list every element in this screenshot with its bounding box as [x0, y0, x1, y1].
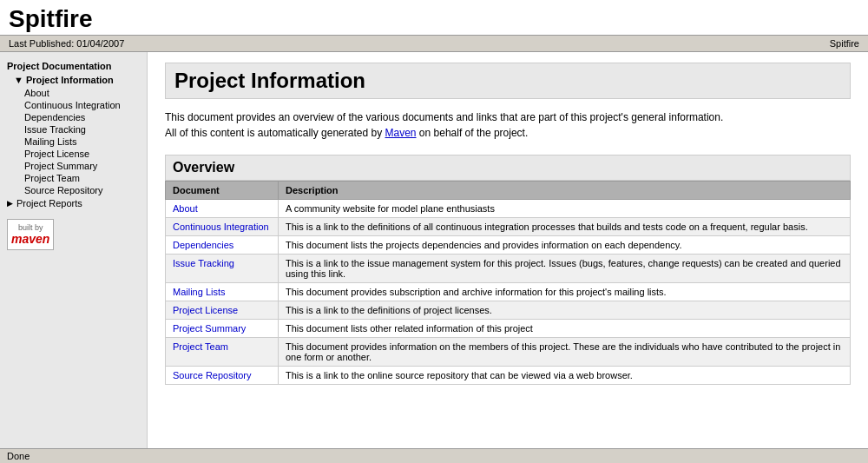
table-row: Continuous IntegrationThis is a link to … [166, 218, 851, 236]
maven-link[interactable]: Maven [385, 127, 416, 139]
statusbar-text: Done [7, 451, 30, 454]
subheader: Last Published: 01/04/2007 Spitfire [0, 36, 868, 52]
sidebar-subsection-title: ▼ Project Information [0, 73, 147, 87]
sidebar-item-mailing-lists[interactable]: Mailing Lists [0, 136, 147, 148]
table-cell-description: This document lists other related inform… [279, 320, 851, 338]
sidebar-items-list: AboutContinuous IntegrationDependenciesI… [0, 87, 147, 196]
table-cell-description: This document lists the projects depende… [279, 236, 851, 255]
main-content: Project Information This document provid… [148, 52, 868, 454]
site-name-right: Spitfire [830, 38, 859, 49]
page-title: Project Information [165, 63, 851, 99]
sidebar: Project Documentation ▼ Project Informat… [0, 52, 148, 454]
last-published: Last Published: 01/04/2007 [9, 38, 124, 49]
table-cell-description: This is a link to the issue management s… [279, 255, 851, 283]
col-header-description: Description [279, 182, 851, 200]
overview-table: Document Description AboutA community we… [165, 181, 851, 385]
table-cell-description: This is a link to the online source repo… [279, 367, 851, 385]
table-cell-document[interactable]: Continuous Integration [166, 218, 279, 236]
layout: Project Documentation ▼ Project Informat… [0, 52, 868, 454]
table-row: DependenciesThis document lists the proj… [166, 236, 851, 255]
sidebar-item-source-repository[interactable]: Source Repository [0, 184, 147, 196]
table-cell-document[interactable]: Project Summary [166, 320, 279, 338]
table-cell-document[interactable]: Source Repository [166, 367, 279, 385]
table-row: Source RepositoryThis is a link to the o… [166, 367, 851, 385]
table-cell-description: This document provides information on th… [279, 338, 851, 367]
table-row: Mailing ListsThis document provides subs… [166, 283, 851, 301]
table-row: Project LicenseThis is a link to the def… [166, 301, 851, 320]
header: Spitfire [0, 0, 868, 36]
table-cell-description: A community website for model plane enth… [279, 200, 851, 218]
table-cell-document[interactable]: Issue Tracking [166, 255, 279, 283]
sidebar-item-about[interactable]: About [0, 87, 147, 99]
sidebar-item-project-summary[interactable]: Project Summary [0, 160, 147, 172]
sidebar-item-dependencies[interactable]: Dependencies [0, 111, 147, 123]
intro-text: This document provides an overview of th… [165, 109, 851, 141]
table-cell-description: This is a link to the definitions of all… [279, 218, 851, 236]
col-header-document: Document [166, 182, 279, 200]
maven-badge: built by maven [7, 219, 54, 250]
maven-badge-top: built by [11, 223, 49, 232]
maven-logo: maven [11, 232, 49, 246]
table-body: AboutA community website for model plane… [166, 200, 851, 385]
table-cell-document[interactable]: Dependencies [166, 236, 279, 255]
reports-label: Project Reports [16, 198, 82, 208]
triangle-icon: ▶ [7, 199, 13, 208]
table-row: AboutA community website for model plane… [166, 200, 851, 218]
sidebar-section-title: Project Documentation [0, 59, 147, 73]
table-cell-description: This document provides subscription and … [279, 283, 851, 301]
sidebar-item-continuous-integration[interactable]: Continuous Integration [0, 99, 147, 111]
table-cell-description: This is a link to the definitions of pro… [279, 301, 851, 320]
overview-section-header: Overview [165, 155, 851, 181]
table-cell-document[interactable]: Project License [166, 301, 279, 320]
table-cell-document[interactable]: About [166, 200, 279, 218]
sidebar-reports[interactable]: ▶ Project Reports [0, 196, 147, 210]
table-row: Project TeamThis document provides infor… [166, 338, 851, 367]
table-row: Issue TrackingThis is a link to the issu… [166, 255, 851, 283]
table-row: Project SummaryThis document lists other… [166, 320, 851, 338]
statusbar: Done [0, 448, 868, 454]
site-title: Spitfire [9, 5, 859, 33]
sidebar-item-project-license[interactable]: Project License [0, 148, 147, 160]
table-cell-document[interactable]: Project Team [166, 338, 279, 367]
table-cell-document[interactable]: Mailing Lists [166, 283, 279, 301]
sidebar-item-project-team[interactable]: Project Team [0, 172, 147, 184]
sidebar-item-issue-tracking[interactable]: Issue Tracking [0, 123, 147, 136]
